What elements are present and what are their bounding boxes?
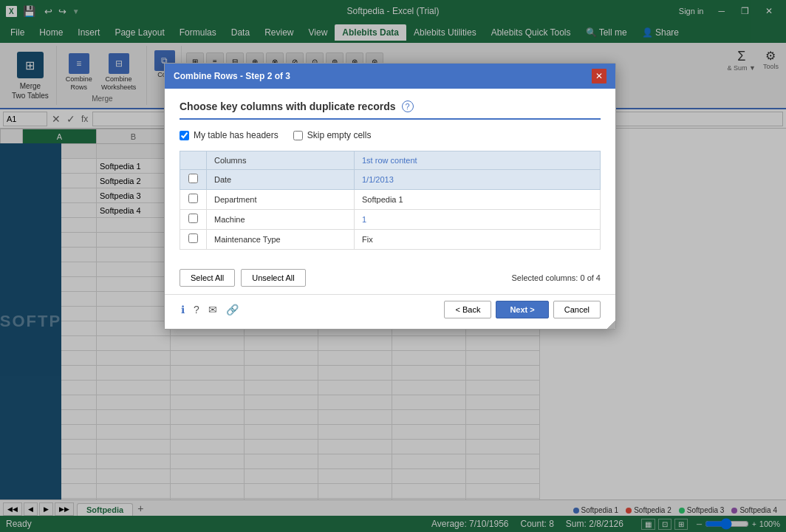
- table-row-maintenance: Maintenance Type Fix: [180, 230, 601, 250]
- table-row-machine: Machine 1: [180, 210, 601, 230]
- department-value-cell: Softpedia 1: [355, 190, 601, 210]
- dialog-help-icon[interactable]: ?: [402, 100, 414, 112]
- machine-checkbox[interactable]: [188, 214, 198, 223]
- email-icon-btn[interactable]: ✉: [207, 302, 219, 317]
- dialog-close-btn[interactable]: ✕: [592, 69, 606, 83]
- next-btn[interactable]: Next >: [496, 301, 548, 318]
- col-header-1st-row: 1st row content: [355, 151, 601, 170]
- department-checkbox[interactable]: [188, 194, 198, 203]
- columns-table: Columns 1st row content Date 1/1/2013: [180, 151, 601, 250]
- dialog-resize-handle[interactable]: [605, 318, 615, 329]
- has-headers-checkbox-label[interactable]: My table has headers: [180, 130, 278, 140]
- table-row-department: Department Softpedia 1: [180, 190, 601, 210]
- skip-empty-checkbox[interactable]: [293, 131, 303, 140]
- has-headers-label: My table has headers: [194, 130, 278, 140]
- date-name-cell: Date: [207, 170, 355, 190]
- maintenance-checkbox[interactable]: [188, 233, 198, 243]
- selected-info: Selected columns: 0 of 4: [512, 273, 601, 282]
- dialog-title: Combine Rows - Step 2 of 3: [174, 71, 290, 81]
- dialog-nav-icons: ℹ ? ✉ 🔗: [180, 302, 240, 317]
- select-all-btn[interactable]: Select All: [180, 269, 235, 287]
- unselect-all-btn[interactable]: Unselect All: [241, 269, 305, 287]
- has-headers-checkbox[interactable]: [180, 131, 189, 140]
- department-name-cell: Department: [207, 190, 355, 210]
- help-icon-btn[interactable]: ?: [192, 302, 201, 317]
- back-btn[interactable]: < Back: [444, 301, 491, 318]
- link-icon-btn[interactable]: 🔗: [225, 302, 240, 317]
- machine-value-cell: 1: [355, 210, 601, 230]
- machine-name-cell: Machine: [207, 210, 355, 230]
- dialog-titlebar: Combine Rows - Step 2 of 3 ✕: [165, 64, 615, 89]
- cancel-btn[interactable]: Cancel: [553, 301, 601, 318]
- date-value-cell: 1/1/2013: [355, 170, 601, 190]
- dialog-heading: Choose key columns with duplicate record…: [180, 100, 396, 112]
- skip-empty-label: Skip empty cells: [307, 130, 372, 140]
- maintenance-value-cell: Fix: [355, 230, 601, 250]
- skip-empty-checkbox-label[interactable]: Skip empty cells: [293, 130, 372, 140]
- info-icon-btn[interactable]: ℹ: [180, 302, 186, 317]
- table-row-date: Date 1/1/2013: [180, 170, 601, 190]
- maintenance-name-cell: Maintenance Type: [207, 230, 355, 250]
- combine-rows-dialog: Combine Rows - Step 2 of 3 ✕ Choose key …: [164, 63, 616, 330]
- col-header-columns: Columns: [207, 151, 355, 170]
- date-checkbox[interactable]: [188, 174, 198, 183]
